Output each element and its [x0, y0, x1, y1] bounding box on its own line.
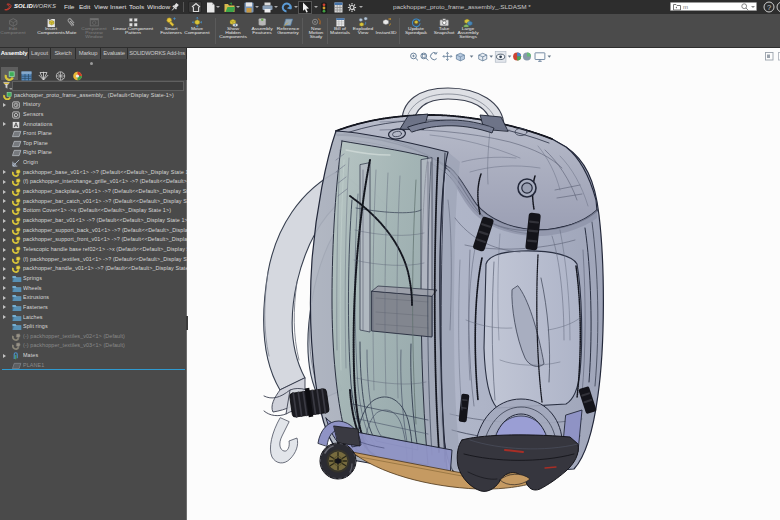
svg-text:?: ? — [767, 3, 771, 12]
